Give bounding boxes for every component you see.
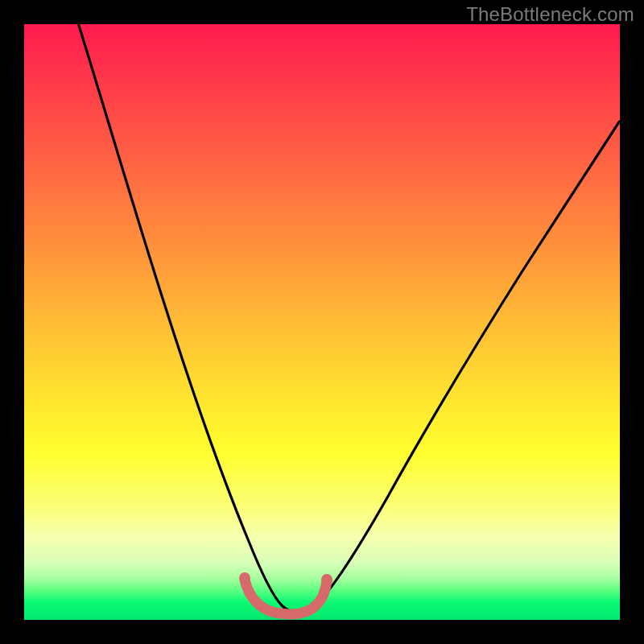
marker-dot-left	[239, 572, 250, 584]
watermark-label: TheBottleneck.com	[466, 3, 634, 26]
bottleneck-curve	[24, 24, 620, 620]
curve-path	[68, 0, 620, 613]
minimum-marker	[245, 580, 327, 614]
plot-area	[24, 24, 620, 620]
marker-dot-right	[321, 574, 332, 585]
chart-frame: TheBottleneck.com	[0, 0, 644, 644]
